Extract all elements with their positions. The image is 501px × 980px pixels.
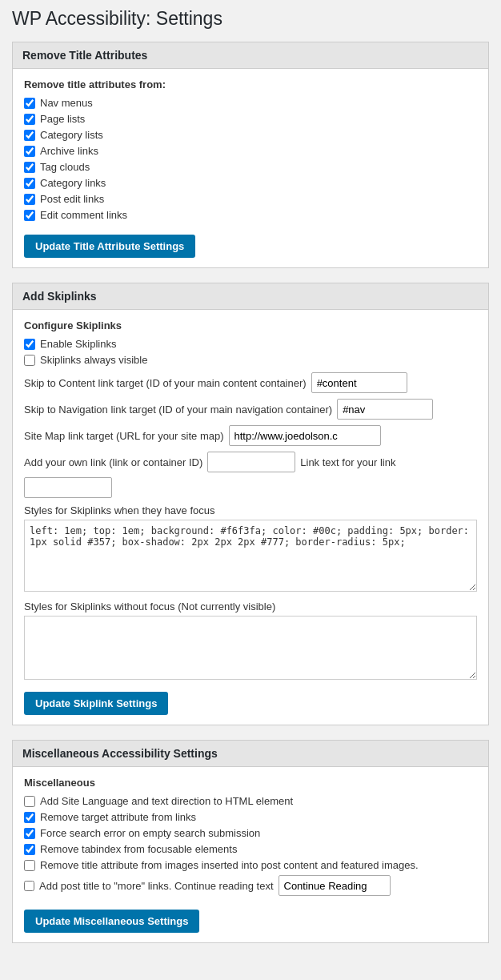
remove-title-images-checkbox[interactable]: [24, 860, 35, 871]
nav-menus-label: Nav menus: [40, 97, 93, 109]
checkbox-category-lists[interactable]: Category lists: [24, 129, 477, 141]
sitemap-row: Site Map link target (URL for your site …: [24, 425, 477, 446]
category-links-checkbox[interactable]: [24, 178, 35, 189]
enable-skiplinks-label: Enable Skiplinks: [40, 338, 116, 350]
site-language-label: Add Site Language and text direction to …: [40, 795, 293, 807]
continue-reading-input[interactable]: [279, 875, 391, 896]
checkbox-site-language[interactable]: Add Site Language and text direction to …: [24, 795, 477, 807]
link-text-input[interactable]: [24, 477, 112, 498]
skip-content-row: Skip to Content link target (ID of your …: [24, 372, 477, 393]
site-language-checkbox[interactable]: [24, 796, 35, 807]
own-link-input[interactable]: [207, 452, 295, 472]
remove-title-header: Remove Title Attributes: [13, 42, 488, 69]
misc-header: Miscellaneous Accessibility Settings: [13, 741, 488, 767]
remove-target-checkbox[interactable]: [24, 812, 35, 823]
nofocus-styles-label: Styles for Skiplinks without focus (Not …: [24, 600, 477, 612]
more-links-row: Add post title to "more" links. Continue…: [24, 875, 477, 896]
post-edit-links-checkbox[interactable]: [24, 194, 35, 205]
force-search-label: Force search error on empty search submi…: [40, 827, 260, 839]
nav-menus-checkbox[interactable]: [24, 98, 35, 109]
update-skiplink-button[interactable]: Update Skiplink Settings: [24, 692, 168, 715]
checkbox-edit-comment-links[interactable]: Edit comment links: [24, 209, 477, 221]
remove-tabindex-label: Remove tabindex from focusable elements: [40, 843, 237, 855]
checkbox-skiplinks-visible[interactable]: Skiplinks always visible: [24, 354, 477, 366]
page-lists-checkbox[interactable]: [24, 114, 35, 125]
edit-comment-links-checkbox[interactable]: [24, 210, 35, 221]
checkbox-category-links[interactable]: Category links: [24, 177, 477, 189]
category-lists-checkbox[interactable]: [24, 130, 35, 141]
checkbox-archive-links[interactable]: Archive links: [24, 145, 477, 157]
enable-skiplinks-checkbox[interactable]: [24, 339, 35, 350]
skip-content-input[interactable]: [311, 372, 407, 393]
checkbox-force-search[interactable]: Force search error on empty search submi…: [24, 827, 477, 839]
skip-nav-label: Skip to Navigation link target (ID of yo…: [24, 404, 332, 416]
add-post-title-checkbox[interactable]: [24, 881, 34, 891]
remove-title-section: Remove Title Attributes Remove title att…: [12, 42, 489, 268]
category-lists-label: Category lists: [40, 129, 103, 141]
checkbox-tag-clouds[interactable]: Tag clouds: [24, 161, 477, 173]
page-lists-label: Page lists: [40, 113, 85, 125]
skip-content-label: Skip to Content link target (ID of your …: [24, 377, 307, 389]
focus-styles-label: Styles for Skiplinks when they have focu…: [24, 504, 477, 516]
always-visible-label: Skiplinks always visible: [40, 354, 147, 366]
checkbox-remove-target[interactable]: Remove target attribute from links: [24, 811, 477, 823]
own-link-label: Add your own link (link or container ID): [24, 456, 202, 468]
remove-title-images-label: Remove title attribute from images inser…: [40, 859, 419, 871]
remove-tabindex-checkbox[interactable]: [24, 844, 35, 855]
nofocus-styles-textarea[interactable]: [24, 616, 477, 680]
skiplinks-section: Add Skiplinks Configure Skiplinks Enable…: [12, 283, 489, 725]
skip-nav-input[interactable]: [337, 399, 433, 420]
checkbox-enable-skiplinks[interactable]: Enable Skiplinks: [24, 338, 477, 350]
checkbox-page-lists[interactable]: Page lists: [24, 113, 477, 125]
archive-links-label: Archive links: [40, 145, 98, 157]
link-text-label: Link text for your link: [300, 456, 395, 468]
category-links-label: Category links: [40, 177, 106, 189]
checkbox-remove-title-images[interactable]: Remove title attribute from images inser…: [24, 859, 477, 871]
archive-links-checkbox[interactable]: [24, 146, 35, 157]
tag-clouds-label: Tag clouds: [40, 161, 90, 173]
sitemap-label: Site Map link target (URL for your site …: [24, 430, 224, 442]
skip-nav-row: Skip to Navigation link target (ID of yo…: [24, 399, 477, 420]
force-search-checkbox[interactable]: [24, 828, 35, 839]
add-post-title-label: Add post title to "more" links. Continue…: [39, 880, 274, 892]
skiplinks-subtitle: Configure Skiplinks: [24, 319, 477, 331]
edit-comment-links-label: Edit comment links: [40, 209, 127, 221]
page-title: WP Accessibility: Settings: [12, 8, 489, 30]
update-misc-button[interactable]: Update Miscellaneous Settings: [24, 910, 199, 933]
always-visible-checkbox[interactable]: [24, 355, 35, 366]
focus-styles-textarea[interactable]: left: 1em; top: 1em; background: #f6f3fa…: [24, 520, 477, 592]
post-edit-links-label: Post edit links: [40, 193, 104, 205]
checkbox-post-edit-links[interactable]: Post edit links: [24, 193, 477, 205]
remove-target-label: Remove target attribute from links: [40, 811, 196, 823]
checkbox-nav-menus[interactable]: Nav menus: [24, 97, 477, 109]
sitemap-input[interactable]: [229, 425, 381, 446]
skiplinks-header: Add Skiplinks: [13, 283, 488, 310]
remove-title-subtitle: Remove title attributes from:: [24, 78, 477, 90]
misc-subtitle: Miscellaneous: [24, 777, 477, 789]
misc-section: Miscellaneous Accessibility Settings Mis…: [12, 740, 489, 943]
tag-clouds-checkbox[interactable]: [24, 162, 35, 173]
checkbox-remove-tabindex[interactable]: Remove tabindex from focusable elements: [24, 843, 477, 855]
own-link-row: Add your own link (link or container ID)…: [24, 452, 477, 498]
update-title-button[interactable]: Update Title Attribute Settings: [24, 235, 195, 258]
